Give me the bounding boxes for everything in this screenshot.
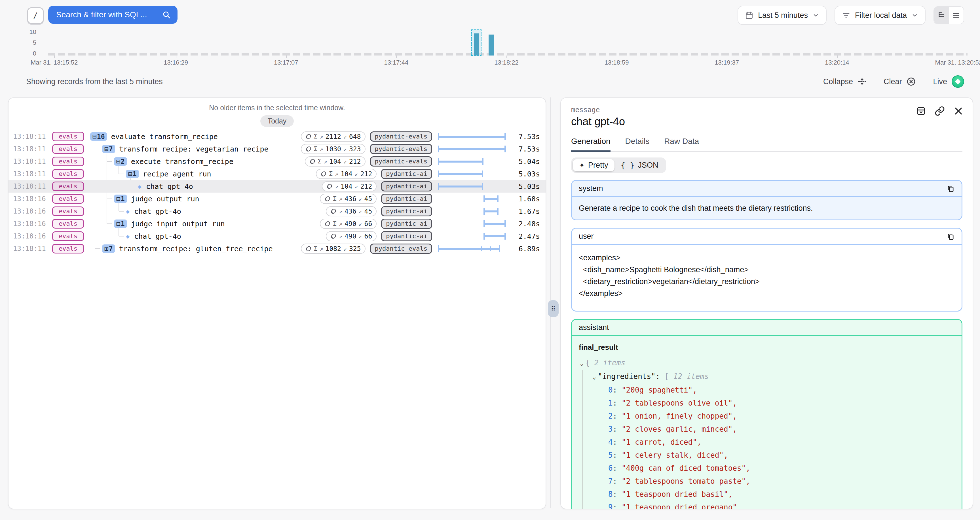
span-label: recipe_agent run	[143, 170, 211, 178]
evals-badge[interactable]: evals	[52, 132, 84, 141]
evals-badge[interactable]: evals	[52, 231, 84, 241]
clear-button[interactable]: Clear	[884, 77, 916, 86]
copy-icon[interactable]	[947, 185, 955, 193]
scope-tag[interactable]: pydantic-evals	[370, 132, 432, 142]
tree-node-toggle[interactable]: ⊟7	[102, 145, 115, 153]
scope-tag[interactable]: pydantic-ai	[381, 219, 432, 229]
scope-tag[interactable]: pydantic-ai	[381, 206, 432, 216]
trace-row[interactable]: 13:18:16 evals ◆ chat gpt-4o Σ ↗ 490 ↙ 6…	[8, 230, 546, 243]
tree-node-toggle[interactable]: ⊟1	[114, 219, 127, 228]
row-timestamp: 13:18:11	[13, 133, 46, 141]
evals-badge[interactable]: evals	[52, 194, 84, 204]
scope-tag[interactable]: pydantic-ai	[381, 181, 432, 192]
duration-bar	[438, 183, 483, 190]
trace-row[interactable]: 13:18:11 evals ⊞7 transform_recipe: glut…	[8, 243, 546, 255]
duration-bar	[484, 220, 506, 227]
trace-row[interactable]: 13:18:11 evals ◆ chat gpt-4o Σ ↗ 104 ↙ 2…	[8, 180, 546, 193]
live-label: Live	[933, 77, 947, 86]
link-icon[interactable]	[935, 106, 945, 116]
trace-row[interactable]: 13:18:11 evals ⊟16 evaluate transform_re…	[8, 130, 546, 143]
json-array-item: 2: "1 onion, finely chopped",	[579, 409, 955, 423]
evals-badge[interactable]: evals	[52, 157, 84, 166]
duration-bar-track	[438, 220, 506, 227]
tree-node-toggle[interactable]: ⊟1	[114, 195, 127, 203]
scope-tag[interactable]: pydantic-ai	[381, 169, 432, 179]
tokens-in-count: 104	[340, 183, 352, 190]
tokens-icon	[330, 233, 337, 239]
token-stats-chip: Σ ↗ 1030 ↙ 323	[301, 144, 366, 154]
collapse-icon	[858, 77, 867, 86]
tokens-out-arrow-icon: ↙	[344, 245, 347, 252]
tokens-in-count: 490	[345, 220, 356, 227]
token-stats-chip: Σ ↗ 436 ↙ 45	[320, 194, 377, 204]
tab-generation[interactable]: Generation	[571, 137, 611, 152]
expand-collapse-icon: ⊟	[128, 170, 132, 178]
evals-badge[interactable]: evals	[52, 244, 84, 254]
pretty-toggle-button[interactable]: ✦ Pretty	[573, 159, 614, 171]
scope-tag[interactable]: pydantic-evals	[370, 156, 432, 166]
json-array-item: 5: "1 celery stalk, diced",	[579, 449, 955, 462]
expand-collapse-icon: ⊟	[116, 220, 120, 227]
tokens-out-count: 212	[360, 183, 372, 190]
evals-badge[interactable]: evals	[52, 182, 84, 191]
sigma-icon: Σ	[314, 245, 318, 252]
trace-row[interactable]: 13:18:11 evals ⊟2 execute transform_reci…	[8, 155, 546, 168]
scope-tag[interactable]: pydantic-evals	[370, 144, 432, 154]
panel-resize-handle[interactable]: ⠿	[548, 300, 558, 317]
trace-row[interactable]: 13:18:16 evals ◆ chat gpt-4o Σ ↗ 436 ↙ 4…	[8, 205, 546, 217]
tree-node-toggle[interactable]: ◆	[126, 207, 130, 216]
tab-raw-data[interactable]: Raw Data	[664, 137, 699, 151]
tree-node-toggle[interactable]: ⊟1	[126, 170, 139, 178]
tokens-in-count: 436	[345, 208, 356, 215]
copy-icon[interactable]	[947, 233, 955, 241]
list-view-button[interactable]	[949, 7, 964, 24]
trace-row[interactable]: 13:18:11 evals ⊟1 recipe_agent run Σ ↗ 1…	[8, 168, 546, 180]
close-icon[interactable]	[953, 106, 964, 116]
tokens-out-arrow-icon: ↙	[344, 146, 347, 152]
tree-node-toggle[interactable]: ◆	[138, 182, 142, 190]
live-toggle[interactable]: Live	[933, 75, 964, 88]
collapse-button[interactable]: Collapse	[823, 77, 867, 86]
duration-value: 7.53s	[511, 145, 540, 153]
evals-badge[interactable]: evals	[52, 169, 84, 179]
trace-row[interactable]: 13:18:16 evals ⊟1 judge_input_output run…	[8, 217, 546, 230]
tree-node-toggle[interactable]: ⊟16	[90, 132, 107, 141]
row-timestamp: 13:18:11	[13, 182, 46, 190]
tree-node-toggle[interactable]: ⊟2	[114, 157, 127, 166]
tab-details[interactable]: Details	[625, 137, 650, 151]
evals-badge[interactable]: evals	[52, 219, 84, 228]
row-timestamp: 13:18:11	[13, 170, 46, 178]
records-histogram[interactable]: 1050 Mar 31. 13:15:5213:16:2913:17:0713:…	[48, 32, 967, 55]
tree-node-toggle[interactable]: ⊞7	[102, 244, 115, 253]
trace-row[interactable]: 13:18:11 evals ⊟7 transform_recipe: vege…	[8, 143, 546, 155]
today-pill[interactable]: Today	[260, 115, 294, 127]
duration-bar	[438, 245, 500, 252]
duration-bar-track	[438, 195, 506, 202]
filter-local-data-dropdown[interactable]: Filter local data	[835, 6, 926, 25]
tokens-out-arrow-icon: ↙	[359, 208, 362, 215]
json-root-line[interactable]: ⌄{ 2 items	[579, 356, 955, 370]
json-toggle-button[interactable]: { } JSON	[614, 159, 665, 171]
tree-view-button[interactable]	[934, 7, 949, 24]
duration-bar-track	[438, 245, 506, 252]
tree-node-toggle[interactable]: ◆	[126, 232, 130, 241]
status-bar: Showing records from the last 5 minutes …	[26, 75, 964, 88]
archive-box-icon[interactable]	[916, 106, 926, 116]
evals-badge[interactable]: evals	[52, 206, 84, 216]
evals-badge[interactable]: evals	[52, 144, 84, 154]
span-label: judge_input_output run	[131, 220, 225, 228]
duration-value: 5.03s	[511, 170, 540, 178]
trace-row[interactable]: 13:18:16 evals ⊟1 judge_output run Σ ↗ 4…	[8, 193, 546, 205]
scope-tag[interactable]: pydantic-ai	[381, 231, 432, 241]
json-array-item: 4: "1 carrot, diced",	[579, 436, 955, 449]
record-title: chat gpt-4o	[571, 116, 963, 128]
filter-icon	[842, 11, 850, 19]
scope-tag[interactable]: pydantic-evals	[370, 244, 432, 254]
json-ingredients-line[interactable]: ⌄"ingredients": [ 12 items	[579, 370, 955, 384]
search-button[interactable]: Search & filter with SQL...	[48, 6, 178, 24]
row-timestamp: 13:18:16	[13, 207, 46, 215]
time-range-dropdown[interactable]: Last 5 minutes	[738, 6, 827, 25]
tokens-in-arrow-icon: ↗	[339, 233, 342, 239]
json-array-item: 9: "1 teaspoon dried oregano",	[579, 501, 955, 509]
scope-tag[interactable]: pydantic-ai	[381, 194, 432, 204]
